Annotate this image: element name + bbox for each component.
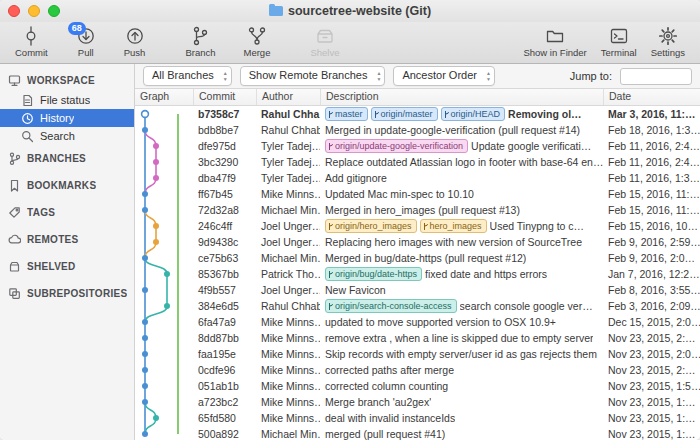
sidebar-section-tags[interactable]: TAGS: [0, 199, 134, 226]
branch-badge: master: [325, 107, 368, 121]
commit-row[interactable]: ff67b45Mike Minns…Updated Mac min-spec t…: [135, 186, 700, 202]
branch-glyph-icon: [423, 222, 429, 231]
sourcetree-window: sourcetree-website (Git) Commit 68 Pull …: [0, 0, 700, 440]
branch-filter-dropdown[interactable]: All Branches ▲▼: [143, 66, 232, 86]
commit-date: Jan 7, 2016, 12:2…: [603, 267, 700, 282]
commit-message: updated to move supported version to OSX…: [325, 315, 556, 330]
branch-button[interactable]: Branch: [178, 25, 222, 58]
sidebar-section-bookmarks[interactable]: BOOKMARKS: [0, 172, 134, 199]
commit-message: corrected column counting: [325, 379, 448, 394]
commit-row[interactable]: 72d32a8Michael Min…Merged in hero_images…: [135, 202, 700, 218]
order-dropdown[interactable]: Ancestor Order ▲▼: [393, 66, 495, 86]
commit-date: Feb 3, 2016, 2:09…: [603, 299, 700, 314]
subrepositories-label: SUBREPOSITORIES: [27, 288, 127, 299]
commit-row[interactable]: 9d9438cJoel Unger…Replacing hero images …: [135, 234, 700, 250]
tag-icon: [8, 206, 21, 219]
zoom-window-button[interactable]: [48, 5, 60, 17]
sidebar-item-file-status[interactable]: File status: [0, 91, 134, 109]
commit-author: Michael Min…: [256, 427, 320, 440]
commit-dot: [142, 431, 148, 437]
push-button[interactable]: Push: [117, 25, 153, 58]
settings-label: Settings: [651, 47, 685, 58]
commit-row[interactable]: faa195eMike Minns…Skip records with empt…: [135, 346, 700, 362]
minimize-window-button[interactable]: [28, 5, 40, 17]
sidebar-section-branches[interactable]: BRANCHES: [0, 145, 134, 172]
sidebar-section-remotes[interactable]: REMOTES: [0, 226, 134, 253]
branch-glyph-icon: [328, 222, 334, 231]
close-window-button[interactable]: [8, 5, 20, 17]
commit-description: remove extra , when a line is skipped du…: [320, 331, 603, 346]
commit-row[interactable]: a723bc2Mike Minns…Merge branch 'au2gex'N…: [135, 394, 700, 410]
commit-row[interactable]: 4f9b557Joel Unger…New FaviconFeb 8, 2016…: [135, 282, 700, 298]
column-header-description[interactable]: Description: [320, 89, 603, 105]
commit-date: Nov 23, 2015, 2:0…: [603, 347, 700, 362]
terminal-button[interactable]: Terminal: [594, 25, 644, 58]
chevron-updown-icon: ▲▼: [486, 70, 491, 82]
column-header-graph[interactable]: Graph: [135, 89, 193, 105]
commit-row[interactable]: bdb8be7Rahul Chhab…Merged in update-goog…: [135, 122, 700, 138]
branch-badge-label: origin/master: [381, 109, 433, 120]
commit-dot: [142, 111, 149, 118]
commit-row[interactable]: dba47f9Tyler Tadej…Add gitignoreFeb 11, …: [135, 170, 700, 186]
terminal-icon: [609, 26, 629, 46]
commit-row[interactable]: dfe975dTyler Tadej…origin/update-google-…: [135, 138, 700, 154]
sidebar-section-workspace[interactable]: WORKSPACE: [0, 69, 134, 91]
jump-to-input[interactable]: [620, 68, 692, 85]
commit-message: Merged in hero_images (pull request #13): [325, 203, 520, 218]
commit-author: Patrick Tho…: [256, 267, 320, 282]
merge-button[interactable]: Merge: [237, 25, 278, 58]
branch-glyph-icon: [328, 270, 334, 279]
commit-row[interactable]: 500a892Michael Min…merged (pull request …: [135, 426, 700, 440]
branch-filter-value: All Branches: [152, 69, 214, 81]
commit-hash: 384e6d5: [193, 299, 256, 314]
commit-row[interactable]: 8dd87bbMike Minns…remove extra , when a …: [135, 330, 700, 346]
show-in-finder-button[interactable]: Show in Finder: [516, 25, 593, 58]
commit-row[interactable]: ce75b63Michael Min…Merged in bug/date-ht…: [135, 250, 700, 266]
commit-date: Feb 8, 2016, 3:55…: [603, 283, 700, 298]
commit-author: Rahul Chhab…: [256, 123, 320, 138]
commit-row[interactable]: 246c4ffJoel Unger…origin/hero_imageshero…: [135, 218, 700, 234]
commit-dot: [153, 143, 159, 149]
commit-row[interactable]: 051ab1bMike Minns…corrected column count…: [135, 378, 700, 394]
commit-hash: 6fa47a9: [193, 315, 256, 330]
shelf-icon: [8, 260, 21, 273]
commit-row[interactable]: 85367bbPatrick Tho…origin/bug/date-https…: [135, 266, 700, 282]
commit-row[interactable]: 384e6d5Rahul Chhab…origin/search-console…: [135, 298, 700, 314]
branch-badge: origin/bug/date-https: [325, 267, 422, 281]
commit-date: Mar 3, 2016, 11:…: [603, 107, 700, 122]
branch-badge: origin/hero_images: [325, 219, 417, 233]
column-header-author[interactable]: Author: [256, 89, 320, 105]
commit-button[interactable]: Commit: [8, 25, 55, 58]
commit-message: remove extra , when a line is skipped du…: [325, 331, 593, 346]
sidebar: WORKSPACE File status History Search BRA…: [0, 64, 135, 440]
subrepos-icon: [8, 287, 21, 300]
commit-hash: b7358c7: [193, 107, 256, 122]
commit-row[interactable]: 65fd580Mike Minns…deal with invalid inst…: [135, 410, 700, 426]
commit-hash: dba47f9: [193, 171, 256, 186]
settings-button[interactable]: Settings: [644, 25, 692, 58]
commit-dot: [142, 287, 148, 293]
sidebar-section-shelved[interactable]: SHELVED: [0, 253, 134, 280]
commit-description: Updated Mac min-spec to 10.10: [320, 187, 603, 202]
column-header-commit[interactable]: Commit: [193, 89, 256, 105]
commit-hash: faa195e: [193, 347, 256, 362]
commit-date: Feb 11, 2016, 2:4…: [603, 155, 700, 170]
pull-button[interactable]: 68 Pull: [69, 25, 103, 58]
remote-branches-value: Show Remote Branches: [249, 69, 368, 81]
sidebar-section-subrepositories[interactable]: SUBREPOSITORIES: [0, 280, 134, 307]
commit-date: Feb 15, 2016, 11:…: [603, 187, 700, 202]
column-header-date[interactable]: Date: [603, 89, 700, 105]
shelve-button[interactable]: Shelve: [303, 25, 346, 58]
sidebar-item-search[interactable]: Search: [0, 127, 134, 145]
remote-branches-dropdown[interactable]: Show Remote Branches ▲▼: [240, 66, 386, 86]
sidebar-item-history[interactable]: History: [0, 109, 134, 127]
commit-row[interactable]: 0cdfe96Mike Minns…corrected paths after …: [135, 362, 700, 378]
pull-count-badge: 68: [68, 22, 86, 35]
search-icon: [21, 130, 34, 143]
commit-row[interactable]: 3bc3290Tyler Tadej…Replace outdated Atla…: [135, 154, 700, 170]
commit-description: origin/bug/date-httpsfixed date and http…: [320, 267, 603, 282]
commit-row[interactable]: b7358c7Rahul Chha…masterorigin/masterori…: [135, 106, 700, 122]
commit-row[interactable]: 6fa47a9Mike Minns…updated to move suppor…: [135, 314, 700, 330]
commit-message: Add gitignore: [325, 171, 387, 186]
commit-message: Merged in bug/date-https (pull request #…: [325, 251, 526, 266]
